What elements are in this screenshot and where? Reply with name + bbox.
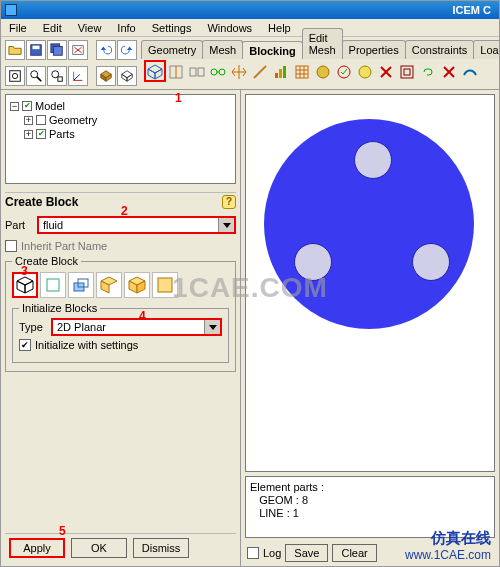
- model-tree[interactable]: − Model + Geometry + Parts: [5, 94, 236, 184]
- link-icon[interactable]: [418, 62, 438, 82]
- pan-icon[interactable]: [47, 66, 67, 86]
- tab-mesh[interactable]: Mesh: [202, 40, 243, 59]
- app-window: ICEM C File Edit View Info Settings Wind…: [0, 0, 500, 567]
- create-block-panel: Create Block ? 2 Part fluid Inherit Part…: [1, 188, 240, 566]
- menubar: File Edit View Info Settings Windows Hel…: [1, 19, 499, 37]
- svg-point-9: [31, 71, 38, 78]
- expand-icon[interactable]: +: [24, 116, 33, 125]
- tab-blocking[interactable]: Blocking: [242, 41, 302, 60]
- tab-geometry[interactable]: Geometry: [141, 40, 203, 59]
- inherit-row: Inherit Part Name: [5, 240, 236, 252]
- inherit-checkbox[interactable]: [5, 240, 17, 252]
- check-icon[interactable]: [334, 62, 354, 82]
- svg-rect-33: [275, 73, 278, 78]
- save-log-button[interactable]: Save: [285, 544, 328, 562]
- part-combo[interactable]: fluid: [37, 216, 236, 234]
- menu-edit[interactable]: Edit: [35, 19, 70, 36]
- associate-icon[interactable]: [208, 62, 228, 82]
- svg-rect-52: [47, 279, 59, 291]
- menu-view[interactable]: View: [70, 19, 110, 36]
- init-settings-checkbox[interactable]: [19, 339, 31, 351]
- saveall-icon[interactable]: [47, 40, 67, 60]
- svg-point-30: [219, 69, 225, 75]
- chevron-down-icon[interactable]: [218, 218, 234, 232]
- 2d-multizone-icon[interactable]: [152, 272, 178, 298]
- tab-loads[interactable]: Loads: [473, 40, 500, 59]
- delete-icon[interactable]: [376, 62, 396, 82]
- fit-icon[interactable]: [5, 66, 25, 86]
- menu-help[interactable]: Help: [260, 19, 299, 36]
- tree-checkbox[interactable]: [22, 101, 32, 111]
- toolbar-blocking: [141, 59, 500, 85]
- type-label: Type: [19, 321, 47, 333]
- message-log[interactable]: Element parts : GEOM : 8 LINE : 1: [245, 476, 495, 538]
- axis-icon[interactable]: [68, 66, 88, 86]
- inherit-label: Inherit Part Name: [21, 240, 107, 252]
- log-checkbox[interactable]: [247, 547, 259, 559]
- redo-icon[interactable]: [117, 40, 137, 60]
- menu-info[interactable]: Info: [109, 19, 143, 36]
- svg-line-10: [37, 77, 41, 81]
- save-icon[interactable]: [26, 40, 46, 60]
- tab-properties[interactable]: Properties: [342, 40, 406, 59]
- app-title: ICEM C: [23, 4, 495, 16]
- menu-file[interactable]: File: [1, 19, 35, 36]
- output-icon[interactable]: [355, 62, 375, 82]
- clear-log-button[interactable]: Clear: [332, 544, 376, 562]
- tree-root[interactable]: − Model: [10, 99, 231, 113]
- svg-marker-49: [17, 277, 33, 285]
- menu-settings[interactable]: Settings: [144, 19, 200, 36]
- tree-checkbox[interactable]: [36, 129, 46, 139]
- svg-marker-21: [127, 74, 132, 81]
- from-vertices-icon[interactable]: [40, 272, 66, 298]
- 2d-to-3d-icon[interactable]: [96, 272, 122, 298]
- tab-editmesh[interactable]: Edit Mesh: [302, 28, 343, 59]
- initialize-blocks-group: Initialize Blocks 4 Type 2D Planar Initi…: [12, 308, 229, 363]
- svg-marker-24: [155, 69, 162, 79]
- group-legend: Create Block: [12, 255, 81, 267]
- type-combo[interactable]: 2D Planar: [51, 318, 222, 336]
- merge-icon[interactable]: [187, 62, 207, 82]
- tab-constraints[interactable]: Constraints: [405, 40, 475, 59]
- smooth-icon[interactable]: [460, 62, 480, 82]
- expand-icon[interactable]: +: [24, 130, 33, 139]
- extrude-icon[interactable]: [68, 272, 94, 298]
- svg-line-15: [74, 74, 80, 80]
- undo-icon[interactable]: [96, 40, 116, 60]
- move-icon[interactable]: [229, 62, 249, 82]
- tree-root-label: Model: [35, 99, 65, 113]
- tree-checkbox[interactable]: [36, 115, 46, 125]
- wire-icon[interactable]: [117, 66, 137, 86]
- svg-marker-51: [25, 281, 33, 293]
- zoom-icon[interactable]: [26, 66, 46, 86]
- menu-windows[interactable]: Windows: [199, 19, 260, 36]
- 3d-multizone-icon[interactable]: [124, 272, 150, 298]
- type-row: Type 2D Planar: [19, 318, 222, 336]
- premesh-icon[interactable]: [292, 62, 312, 82]
- split-icon[interactable]: [166, 62, 186, 82]
- geometry-hole: [294, 243, 332, 281]
- close-icon[interactable]: [68, 40, 88, 60]
- edge-icon[interactable]: [250, 62, 270, 82]
- ok-button[interactable]: OK: [71, 538, 127, 558]
- graphics-viewport[interactable]: [245, 94, 495, 472]
- ogrid-icon[interactable]: [397, 62, 417, 82]
- tree-item-geometry[interactable]: + Geometry: [10, 113, 231, 127]
- init-block-icon[interactable]: [12, 272, 38, 298]
- quality-icon[interactable]: [271, 62, 291, 82]
- dismiss-button[interactable]: Dismiss: [133, 538, 189, 558]
- xform-icon[interactable]: [439, 62, 459, 82]
- chevron-down-icon[interactable]: [204, 320, 220, 334]
- open-icon[interactable]: [5, 40, 25, 60]
- part-row: Part fluid: [5, 216, 236, 234]
- convert-icon[interactable]: [313, 62, 333, 82]
- create-block-icon[interactable]: [145, 62, 165, 82]
- panel-title: Create Block: [5, 195, 78, 209]
- tree-item-parts[interactable]: + Parts: [10, 127, 231, 141]
- apply-button[interactable]: Apply: [9, 538, 65, 558]
- expand-icon[interactable]: −: [10, 102, 19, 111]
- svg-rect-1: [33, 46, 40, 50]
- render-icon[interactable]: [96, 66, 116, 86]
- svg-rect-34: [279, 69, 282, 78]
- help-icon[interactable]: ?: [222, 195, 236, 209]
